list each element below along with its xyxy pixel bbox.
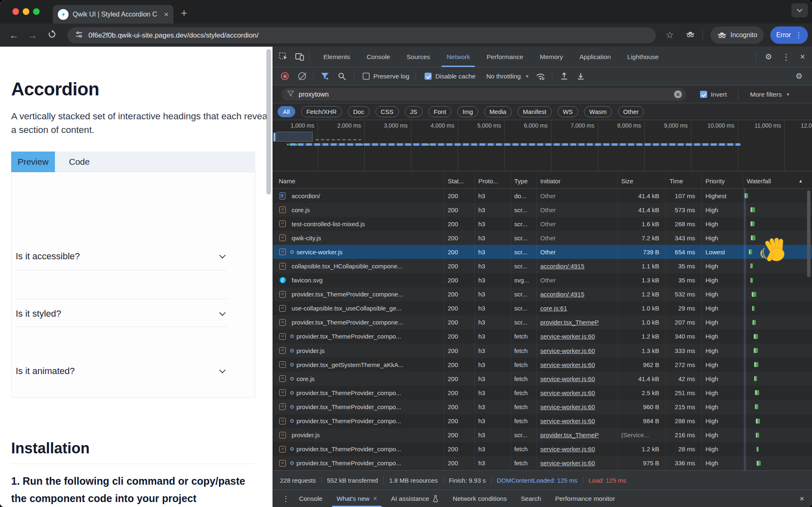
initiator-link[interactable]: service-worker.js:60 — [540, 375, 595, 382]
browser-tab[interactable]: Qwik UI | Styled Accordion Co × — [53, 5, 173, 24]
column-divider[interactable] — [666, 173, 666, 470]
table-row-0[interactable]: accordion/ 200 h3 do... Other 41.4 kB 10… — [273, 189, 812, 203]
request-name-cell[interactable]: ⚙ provider.tsx_ThemeProvider_compo... — [273, 456, 444, 470]
window-close-button[interactable] — [12, 8, 19, 15]
column-header-status[interactable]: Stat... — [448, 173, 464, 189]
filter-chip-10[interactable]: Wasm — [584, 106, 612, 117]
devtools-tab-1[interactable]: Console — [359, 47, 399, 67]
drawer-kebab-icon[interactable]: ⋮ — [282, 494, 290, 503]
url-text[interactable]: 0f6e2f0b.qwik-ui-site.pages.dev/docs/sty… — [88, 31, 259, 40]
device-toolbar-icon[interactable] — [295, 52, 305, 62]
column-header-waterfall[interactable]: Waterfall — [747, 173, 771, 189]
address-bar[interactable]: 0f6e2f0b.qwik-ui-site.pages.dev/docs/sty… — [67, 27, 656, 43]
overview-selection-handle[interactable] — [273, 133, 275, 142]
initiator-link[interactable]: Other — [540, 249, 556, 256]
accordion-item-2[interactable]: Is it animated? — [16, 366, 227, 377]
filter-chip-5[interactable]: Font — [428, 106, 451, 117]
request-name-cell[interactable]: favicon.svg — [273, 273, 444, 287]
devtools-tab-5[interactable]: Memory — [532, 47, 571, 67]
devtools-tab-6[interactable]: Application — [571, 47, 619, 67]
import-har-icon[interactable] — [560, 72, 568, 81]
initiator-link[interactable]: provider.tsx_ThemeP — [540, 319, 599, 326]
bookmark-star-icon[interactable]: ☆ — [666, 30, 674, 40]
table-scrollbar[interactable] — [807, 190, 810, 277]
filter-chip-8[interactable]: Manifest — [518, 106, 552, 117]
request-name-cell[interactable]: ⚙ provider.tsx_ThemeProvider_compo... — [273, 414, 444, 428]
request-name-cell[interactable]: provider.js — [273, 428, 444, 442]
initiator-link[interactable]: core.js:61 — [540, 305, 567, 312]
tab-preview[interactable]: Preview — [11, 152, 55, 172]
request-name-cell[interactable]: ⚙ service-worker.js — [273, 245, 444, 259]
record-network-log-button[interactable] — [281, 72, 289, 80]
column-divider[interactable] — [444, 173, 444, 470]
table-row-9[interactable]: provider.tsx_ThemeProvider_compone... 20… — [273, 315, 812, 329]
table-row-2[interactable]: test-controlled-list-mixed.js 200 h3 scr… — [273, 217, 812, 231]
drawer-tab-whats-new[interactable]: What's new × — [330, 490, 384, 507]
page-scrollbar[interactable] — [266, 49, 271, 194]
table-row-4[interactable]: ⚙ service-worker.js 200 h3 scr... Other … — [273, 245, 812, 259]
drawer-tab-console[interactable]: Console — [292, 490, 330, 507]
filter-chip-6[interactable]: Img — [457, 106, 478, 117]
column-header-priority[interactable]: Priority — [705, 173, 725, 189]
initiator-link[interactable]: service-worker.js:60 — [540, 445, 595, 453]
initiator-link[interactable]: accordion/:4915 — [540, 263, 584, 270]
table-row-15[interactable]: ⚙ provider.tsx_ThemeProvider_compo... 20… — [273, 400, 812, 414]
request-name-cell[interactable]: use-collapsible.tsx_useCollapsible_ge... — [273, 301, 444, 315]
devtools-tab-7[interactable]: Lighthouse — [619, 47, 667, 67]
filter-chip-4[interactable]: JS — [405, 106, 423, 117]
filter-chip-2[interactable]: Doc — [348, 106, 370, 117]
error-menu-button[interactable]: Error ⋮ — [770, 26, 808, 44]
request-name-cell[interactable]: ⚙ provider.tsx_ThemeProvider_compo... — [273, 386, 444, 400]
kebab-menu-icon[interactable]: ⋮ — [777, 52, 795, 62]
filter-chip-7[interactable]: Media — [484, 106, 512, 117]
devtools-tab-3[interactable]: Network — [438, 47, 478, 67]
close-icon[interactable]: × — [373, 495, 377, 502]
drawer-tab-network-conditions[interactable]: Network conditions — [446, 490, 514, 507]
forward-button[interactable]: → — [28, 31, 37, 40]
column-header-time[interactable]: Time — [670, 173, 683, 189]
devtools-tab-4[interactable]: Performance — [478, 47, 532, 67]
new-tab-button[interactable]: + — [181, 7, 187, 19]
throttling-select[interactable]: No throttling — [486, 73, 521, 80]
initiator-link[interactable]: service-worker.js:60 — [540, 347, 595, 354]
request-name-cell[interactable]: ⚙ provider.tsx_getSystemTheme_aKkA... — [273, 358, 444, 372]
clear-filter-icon[interactable]: × — [674, 90, 682, 98]
initiator-link[interactable]: service-worker.js:60 — [540, 389, 595, 396]
accordion-item-0[interactable]: Is it accessible? — [16, 251, 227, 262]
initiator-link[interactable]: service-worker.js:60 — [540, 460, 595, 467]
column-divider[interactable] — [617, 173, 618, 470]
overview-selected-region[interactable] — [276, 132, 313, 142]
kebab-menu-icon[interactable]: ⋮ — [795, 31, 802, 40]
disable-cache-checkbox[interactable] — [425, 73, 432, 80]
sort-arrow-icon[interactable]: ▲ — [798, 173, 803, 189]
table-row-17[interactable]: provider.js 200 h3 scr... provider.tsx_T… — [273, 428, 812, 442]
network-conditions-icon[interactable] — [535, 72, 546, 81]
table-row-6[interactable]: favicon.svg 200 h3 svg... Other 1.3 kB 3… — [273, 273, 812, 287]
reload-button[interactable] — [47, 29, 57, 41]
preserve-log-checkbox[interactable] — [363, 73, 370, 80]
export-har-icon[interactable] — [577, 72, 585, 81]
accordion-item-1[interactable]: Is it styled? — [16, 308, 227, 319]
initiator-link[interactable]: service-worker.js:60 — [540, 361, 595, 368]
devtools-tab-0[interactable]: Elements — [315, 47, 359, 67]
table-row-18[interactable]: ⚙ provider.tsx_ThemeProvider_compo... 20… — [273, 442, 812, 456]
back-button[interactable]: ← — [9, 31, 19, 40]
initiator-link[interactable]: Other — [540, 277, 556, 284]
table-row-7[interactable]: provider.tsx_ThemeProvider_compone... 20… — [273, 287, 812, 301]
column-divider[interactable] — [743, 173, 743, 470]
tab-search-chevron-icon[interactable] — [791, 3, 808, 17]
initiator-link[interactable]: accordion/:4915 — [540, 291, 584, 298]
window-minimize-button[interactable] — [23, 8, 29, 15]
network-settings-gear-icon[interactable]: ⚙ — [791, 71, 807, 81]
request-name-cell[interactable]: qwik-city.js — [273, 231, 444, 245]
request-name-cell[interactable]: ⚙ provider.tsx_ThemeProvider_compo... — [273, 329, 444, 344]
initiator-link[interactable]: Other — [540, 192, 556, 199]
filter-chip-3[interactable]: CSS — [375, 106, 399, 117]
column-header-name[interactable]: Name — [279, 173, 295, 189]
initiator-link[interactable]: Other — [540, 235, 556, 242]
filter-input-value[interactable]: proxytown — [299, 91, 674, 98]
column-header-size[interactable]: Size — [621, 173, 633, 189]
request-name-cell[interactable]: provider.tsx_ThemeProvider_compone... — [273, 315, 444, 329]
request-name-cell[interactable]: test-controlled-list-mixed.js — [273, 217, 444, 231]
table-row-11[interactable]: ⚙ provider.js 200 h3 fetch service-worke… — [273, 344, 812, 358]
